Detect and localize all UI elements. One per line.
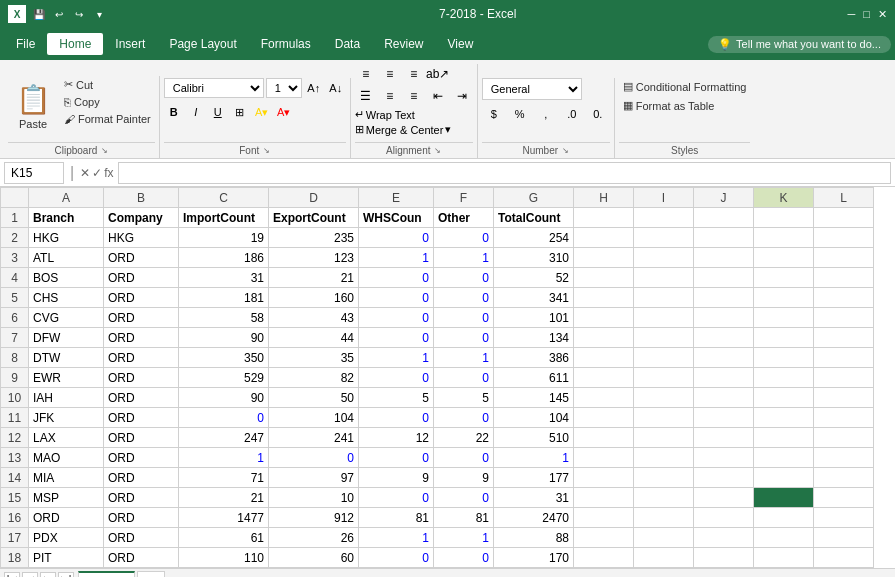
table-cell[interactable]: MIA [29, 468, 104, 488]
table-cell[interactable] [754, 448, 814, 468]
table-cell[interactable] [814, 468, 874, 488]
table-cell[interactable] [814, 388, 874, 408]
table-cell[interactable]: 0 [269, 448, 359, 468]
table-cell[interactable]: MSP [29, 488, 104, 508]
col-header-e[interactable]: E [359, 188, 434, 208]
formula-input[interactable] [118, 162, 892, 184]
table-cell[interactable] [694, 508, 754, 528]
table-cell[interactable] [694, 548, 754, 568]
table-cell[interactable] [754, 288, 814, 308]
table-cell[interactable] [814, 288, 874, 308]
table-cell[interactable]: 123 [269, 248, 359, 268]
currency-button[interactable]: $ [482, 104, 506, 124]
table-cell[interactable] [754, 328, 814, 348]
table-cell[interactable]: 1477 [179, 508, 269, 528]
copy-button[interactable]: ⎘ Copy [60, 94, 155, 110]
menu-review[interactable]: Review [372, 33, 435, 55]
table-cell[interactable]: ORD [104, 368, 179, 388]
table-cell[interactable]: 1 [434, 248, 494, 268]
col-header-h[interactable]: H [574, 188, 634, 208]
menu-insert[interactable]: Insert [103, 33, 157, 55]
table-cell[interactable] [574, 328, 634, 348]
table-cell[interactable]: ORD [104, 388, 179, 408]
clipboard-expand-icon[interactable]: ↘ [101, 146, 108, 155]
table-cell[interactable]: 81 [359, 508, 434, 528]
table-cell[interactable]: 0 [359, 408, 434, 428]
menu-data[interactable]: Data [323, 33, 372, 55]
table-cell[interactable]: DFW [29, 328, 104, 348]
table-cell[interactable] [574, 448, 634, 468]
table-cell[interactable]: EWR [29, 368, 104, 388]
table-cell[interactable]: 19 [179, 228, 269, 248]
col-header-c[interactable]: C [179, 188, 269, 208]
sheet-tab-1[interactable]: Sheet1 [78, 571, 135, 578]
table-cell[interactable] [754, 548, 814, 568]
table-cell[interactable] [574, 548, 634, 568]
cell-j1[interactable] [694, 208, 754, 228]
align-left-button[interactable]: ☰ [355, 86, 377, 106]
table-cell[interactable]: ORD [29, 508, 104, 528]
sheet-nav-last[interactable]: ▶| [58, 572, 74, 578]
insert-function-button[interactable]: fx [104, 166, 113, 180]
table-cell[interactable]: 81 [434, 508, 494, 528]
table-cell[interactable]: IAH [29, 388, 104, 408]
table-cell[interactable]: 0 [359, 448, 434, 468]
table-cell[interactable]: 26 [269, 528, 359, 548]
table-cell[interactable] [574, 388, 634, 408]
table-cell[interactable]: 71 [179, 468, 269, 488]
table-cell[interactable]: 1 [179, 448, 269, 468]
table-cell[interactable] [694, 228, 754, 248]
table-cell[interactable] [814, 248, 874, 268]
border-button[interactable]: ⊞ [230, 102, 250, 122]
undo-button[interactable]: ↩ [50, 5, 68, 23]
table-cell[interactable]: 181 [179, 288, 269, 308]
cell-g1[interactable]: TotalCount [494, 208, 574, 228]
table-cell[interactable]: 186 [179, 248, 269, 268]
table-cell[interactable]: 10 [269, 488, 359, 508]
table-cell[interactable] [694, 408, 754, 428]
table-cell[interactable] [634, 288, 694, 308]
table-cell[interactable]: 611 [494, 368, 574, 388]
table-cell[interactable] [754, 308, 814, 328]
cell-b1[interactable]: Company [104, 208, 179, 228]
table-cell[interactable]: 88 [494, 528, 574, 548]
table-cell[interactable]: CHS [29, 288, 104, 308]
table-cell[interactable]: 22 [434, 428, 494, 448]
bold-button[interactable]: B [164, 102, 184, 122]
table-cell[interactable]: 90 [179, 388, 269, 408]
menu-page-layout[interactable]: Page Layout [157, 33, 248, 55]
table-cell[interactable]: 0 [434, 548, 494, 568]
table-cell[interactable] [694, 488, 754, 508]
table-cell[interactable] [574, 528, 634, 548]
table-cell[interactable]: 0 [434, 328, 494, 348]
decrease-font-button[interactable]: A↓ [326, 78, 346, 98]
table-cell[interactable]: 2470 [494, 508, 574, 528]
col-header-j[interactable]: J [694, 188, 754, 208]
table-cell[interactable]: 0 [359, 288, 434, 308]
col-header-d[interactable]: D [269, 188, 359, 208]
table-cell[interactable] [814, 528, 874, 548]
menu-formulas[interactable]: Formulas [249, 33, 323, 55]
table-cell[interactable]: 52 [494, 268, 574, 288]
table-cell[interactable] [814, 328, 874, 348]
table-cell[interactable] [754, 368, 814, 388]
table-cell[interactable] [634, 428, 694, 448]
table-cell[interactable]: 241 [269, 428, 359, 448]
table-cell[interactable]: ORD [104, 448, 179, 468]
table-cell[interactable]: ORD [104, 468, 179, 488]
table-cell[interactable]: 254 [494, 228, 574, 248]
table-cell[interactable]: 912 [269, 508, 359, 528]
table-cell[interactable]: 350 [179, 348, 269, 368]
font-name-select[interactable]: Calibri [164, 78, 264, 98]
table-cell[interactable]: 0 [359, 268, 434, 288]
increase-font-button[interactable]: A↑ [304, 78, 324, 98]
table-cell[interactable]: ORD [104, 428, 179, 448]
table-cell[interactable] [814, 228, 874, 248]
table-cell[interactable]: 386 [494, 348, 574, 368]
table-cell[interactable] [634, 408, 694, 428]
sheet-nav-next[interactable]: ▶ [40, 572, 56, 578]
col-header-k[interactable]: K [754, 188, 814, 208]
table-cell[interactable] [814, 428, 874, 448]
table-cell[interactable] [694, 368, 754, 388]
table-cell[interactable] [574, 248, 634, 268]
